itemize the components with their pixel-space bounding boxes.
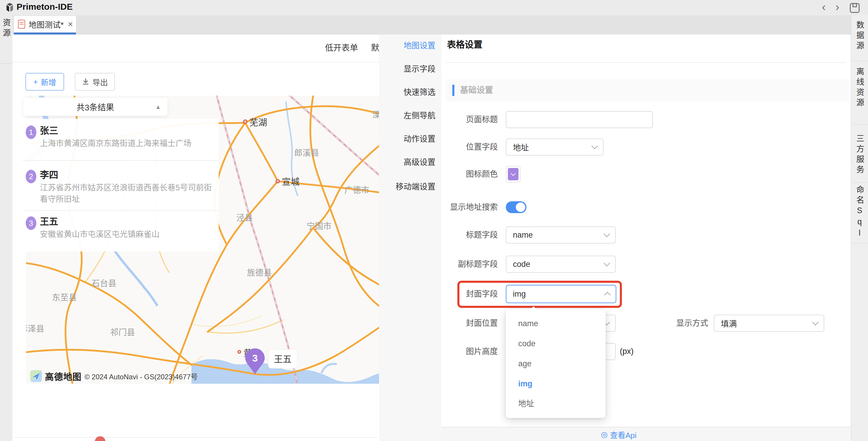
- field-label-address-search: 显示地址搜索: [409, 201, 498, 213]
- section-title: 基础设置: [460, 79, 493, 102]
- nav-back-icon[interactable]: ‹: [822, 1, 826, 13]
- dropdown-caret: [530, 306, 537, 313]
- dropdown-option-code[interactable]: code: [506, 334, 606, 353]
- city-dot-huangshan: [238, 350, 241, 353]
- collapse-icon[interactable]: ▲: [155, 103, 161, 110]
- map-label: 芜湖: [249, 117, 267, 127]
- download-icon: [82, 78, 90, 86]
- divider: [851, 182, 868, 183]
- section-basic-settings: 基础设置: [446, 79, 849, 102]
- sidebar-item-third-party-services[interactable]: 三方服务: [851, 134, 868, 176]
- color-swatch: [508, 168, 519, 180]
- select-value: code: [513, 260, 530, 269]
- toolbar-tab-default[interactable]: 默: [371, 41, 379, 53]
- chevron-up-icon: [604, 292, 611, 298]
- map-label: 泾县: [236, 213, 253, 223]
- tab-title: 地图测试*: [29, 19, 64, 30]
- active-tab-indicator: [14, 32, 76, 35]
- item-name: 王五: [40, 214, 58, 227]
- map-label: 广德市: [344, 186, 369, 195]
- export-button[interactable]: 导出: [75, 73, 115, 91]
- location-field-select[interactable]: 地址: [506, 138, 603, 156]
- toolbar-tab-lowcode-form[interactable]: 低开表单: [325, 41, 358, 53]
- sidebar-item-named-sql[interactable]: 命名Sql: [851, 185, 868, 240]
- view-api-link[interactable]: ◎ 查看Api: [601, 429, 637, 440]
- dropdown-option-img[interactable]: img: [506, 374, 606, 394]
- menu-item-mobile[interactable]: 移动端设置: [396, 180, 435, 192]
- results-summary-card[interactable]: 共3条结果 ▲: [23, 97, 168, 116]
- menu-item-map-settings[interactable]: 地图设置: [404, 39, 435, 51]
- app-logo-icon: [4, 2, 16, 13]
- marker-number: 3: [252, 352, 258, 364]
- plus-icon: +: [33, 77, 38, 87]
- settings-footer: ◎ 查看Api: [441, 427, 851, 441]
- amap-brand: 高德地图: [45, 370, 82, 382]
- right-rail: 数据源 离线资源 三方服务 命名Sql: [851, 15, 868, 441]
- map-attribution: 高德地图 © 2024 AutoNavi - GS(2023)4677号: [30, 370, 198, 382]
- field-label-title-field: 标题字段: [409, 229, 498, 241]
- select-value: 填满: [721, 317, 737, 329]
- page-title: 表格设置: [447, 37, 483, 50]
- dropdown-option-name[interactable]: name: [506, 313, 606, 334]
- page-title-input[interactable]: [506, 111, 653, 128]
- left-rail-label: 资源: [1, 18, 12, 39]
- app-window: Primeton-IDE ‹ › 资源 地图测试* × 低开表单 默: [0, 0, 868, 441]
- map-label: 郎溪县: [294, 148, 319, 158]
- document-icon: [18, 20, 25, 29]
- divider: [14, 437, 378, 438]
- item-name: 李四: [40, 167, 58, 181]
- sidebar-item-resources[interactable]: 资源: [0, 18, 12, 39]
- menu-item-quick-filter[interactable]: 快速筛选: [404, 86, 435, 97]
- save-icon[interactable]: [849, 2, 860, 13]
- add-button[interactable]: + 新增: [25, 73, 64, 91]
- sidebar-item-offline-resources[interactable]: 离线资源: [851, 67, 868, 109]
- close-icon[interactable]: ×: [68, 19, 73, 29]
- field-label-cover-position: 封面位置: [409, 317, 498, 329]
- city-dot-xuancheng: [276, 179, 279, 183]
- field-label-display-mode: 显示方式: [620, 317, 708, 329]
- icon-color-picker[interactable]: [506, 166, 521, 182]
- map-label: 旌德县: [247, 268, 272, 277]
- amap-logo-icon: [30, 370, 42, 382]
- sidebar-item-data-source[interactable]: 数据源: [851, 21, 868, 52]
- tabbar: 地图测试* ×: [12, 15, 851, 35]
- api-icon: ◎: [601, 430, 608, 439]
- map-label: 宁国市: [307, 222, 332, 231]
- rail-label: 数据源: [854, 21, 866, 52]
- map-label: 东至县: [52, 293, 77, 302]
- chevron-down-icon: [603, 231, 610, 237]
- subtitle-field-select[interactable]: code: [506, 256, 616, 273]
- cover-field-select[interactable]: img: [506, 285, 616, 303]
- address-search-toggle[interactable]: [506, 201, 526, 213]
- chevron-down-icon: [812, 319, 819, 326]
- item-index-badge: 1: [26, 126, 36, 139]
- field-label-location: 位置字段: [409, 141, 498, 153]
- chevron-down-icon: [511, 171, 516, 176]
- export-button-label: 导出: [92, 76, 108, 88]
- field-label-icon-color: 图标颜色: [409, 168, 498, 180]
- tab-map-test[interactable]: 地图测试* ×: [14, 16, 76, 32]
- item-index-badge: 3: [26, 216, 36, 230]
- divider: [851, 124, 868, 125]
- results-list: 1 张三 上海市黄浦区南京东路街道上海来福士广场 2 李四 江苏省苏州市姑苏区沧…: [23, 119, 219, 251]
- title-field-select[interactable]: name: [506, 227, 616, 243]
- add-button-label: 新增: [41, 76, 56, 88]
- item-address: 江苏省苏州市姑苏区沧浪街道西善长巷5号司前街看守所旧址: [40, 182, 213, 205]
- dropdown-option-age[interactable]: age: [506, 353, 606, 374]
- display-mode-select[interactable]: 填满: [714, 315, 824, 332]
- nav-forward-icon[interactable]: ›: [836, 1, 839, 13]
- map-marker-label-card: 王五: [268, 349, 297, 368]
- map-label: 石台县: [92, 279, 116, 288]
- divider: [851, 61, 868, 61]
- select-value: name: [513, 231, 533, 240]
- menu-item-display-fields[interactable]: 显示字段: [404, 63, 435, 74]
- marker-label: 王五: [274, 354, 291, 364]
- item-address: 上海市黄浦区南京东路街道上海来福士广场: [40, 138, 213, 149]
- rail-label: 离线资源: [854, 67, 866, 109]
- left-rail: 资源: [0, 15, 13, 441]
- dropdown-option-address[interactable]: 地址: [506, 394, 606, 414]
- menu-item-advanced[interactable]: 高级设置: [404, 156, 435, 167]
- item-name: 张三: [40, 123, 58, 136]
- item-index-badge: 2: [26, 170, 36, 183]
- map-label: 祁门县: [110, 328, 135, 337]
